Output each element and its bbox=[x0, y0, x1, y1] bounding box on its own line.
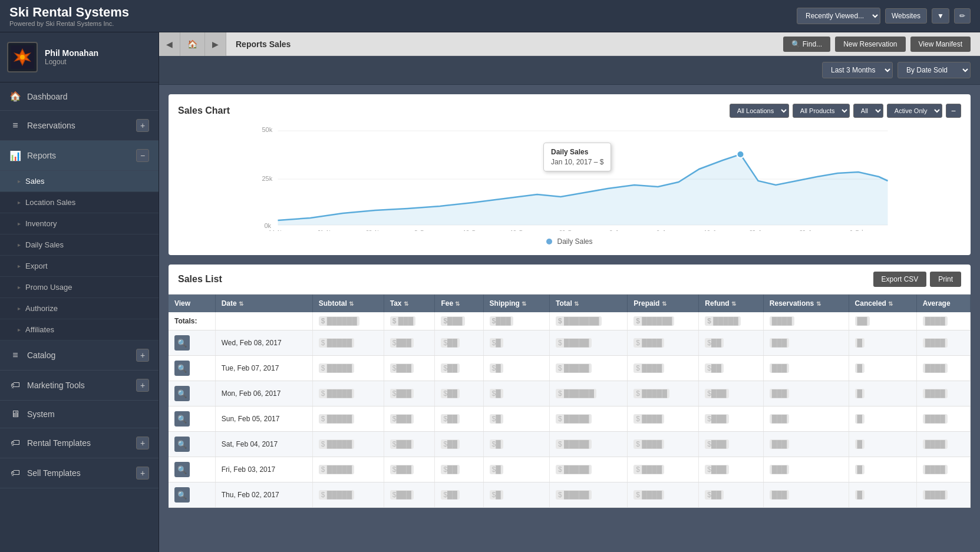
table-row: 🔍 Thu, Feb 02, 2017 $ █████ $███ $██ $█ … bbox=[169, 482, 971, 508]
reports-minus-button[interactable]: − bbox=[136, 149, 149, 162]
sidebar-item-reports[interactable]: 📊 Reports − bbox=[0, 141, 159, 171]
col-prepaid[interactable]: Prepaid ⇅ bbox=[628, 295, 699, 312]
sidebar-sub-item-daily-sales[interactable]: ▸ Daily Sales bbox=[0, 234, 159, 256]
sub-bullet-icon: ▸ bbox=[18, 326, 21, 333]
sidebar-item-system[interactable]: 🖥 System bbox=[0, 401, 159, 428]
row-prepaid: $ ████ bbox=[628, 356, 699, 381]
rental-plus-button[interactable]: + bbox=[136, 437, 149, 449]
row-tax: $███ bbox=[384, 406, 435, 432]
row-total: $ █████ bbox=[549, 406, 627, 432]
col-refund[interactable]: Refund ⇅ bbox=[699, 295, 764, 312]
row-refund: $███ bbox=[699, 406, 764, 432]
sidebar-sub-item-inventory[interactable]: ▸ Inventory bbox=[0, 213, 159, 234]
svg-text:25k: 25k bbox=[262, 175, 273, 182]
reservations-plus-button[interactable]: + bbox=[136, 119, 149, 132]
chart-collapse-button[interactable]: − bbox=[946, 104, 961, 118]
all-select[interactable]: All bbox=[853, 104, 883, 118]
back-button[interactable]: ◀ bbox=[159, 32, 180, 56]
reservations-icon: ≡ bbox=[9, 120, 21, 131]
sidebar-item-dashboard[interactable]: 🏠 Dashboard bbox=[0, 82, 159, 111]
sidebar-sub-item-export[interactable]: ▸ Export bbox=[0, 256, 159, 277]
col-tax[interactable]: Tax ⇅ bbox=[384, 295, 435, 312]
sales-chart-title: Sales Chart bbox=[178, 105, 730, 116]
marketing-plus-button[interactable]: + bbox=[136, 379, 149, 392]
row-subtotal: $ █████ bbox=[312, 330, 384, 356]
app-subtitle: Powered by Ski Rental Systems Inc. bbox=[9, 20, 797, 27]
sidebar-item-marketing[interactable]: 🏷 Marketing Tools + bbox=[0, 371, 159, 401]
active-only-select[interactable]: Active Only bbox=[887, 104, 942, 118]
sidebar-item-catalog[interactable]: ≡ Catalog + bbox=[0, 341, 159, 371]
table-row: 🔍 Wed, Feb 08, 2017 $ █████ $███ $██ $█ … bbox=[169, 330, 971, 356]
row-canceled: █ bbox=[849, 356, 916, 381]
catalog-plus-button[interactable]: + bbox=[136, 349, 149, 362]
table-header-row: View Date ⇅ Subtotal ⇅ Tax ⇅ Fee ⇅ Shipp… bbox=[169, 295, 971, 312]
row-tax: $███ bbox=[384, 356, 435, 381]
row-canceled: █ bbox=[849, 457, 916, 482]
svg-text:5. Dec: 5. Dec bbox=[414, 229, 430, 231]
col-fee[interactable]: Fee ⇅ bbox=[435, 295, 483, 312]
content-area: ◀ 🏠 ▶ Reports Sales 🔍 Find... New Reserv… bbox=[159, 32, 980, 552]
col-reservations[interactable]: Reservations ⇅ bbox=[763, 295, 849, 312]
sidebar-item-sell-templates[interactable]: 🏷 Sell Templates + bbox=[0, 458, 159, 488]
logout-link[interactable]: Logout bbox=[45, 58, 98, 66]
row-subtotal: $ █████ bbox=[312, 432, 384, 457]
view-manifest-button[interactable]: View Manifest bbox=[910, 37, 971, 52]
sidebar-sub-item-affiliates[interactable]: ▸ Affiliates bbox=[0, 319, 159, 341]
row-date: Sun, Feb 05, 2017 bbox=[215, 406, 312, 432]
row-date: Mon, Feb 06, 2017 bbox=[215, 381, 312, 406]
sub-bullet-icon: ▸ bbox=[18, 305, 21, 312]
date-type-select[interactable]: By Date Sold By Date Range bbox=[897, 62, 971, 78]
export-csv-button[interactable]: Export CSV bbox=[873, 272, 927, 287]
row-prepaid: $ ████ bbox=[628, 330, 699, 356]
view-button[interactable]: 🔍 bbox=[174, 361, 190, 376]
row-tax: $███ bbox=[384, 381, 435, 406]
row-fee: $██ bbox=[435, 381, 483, 406]
new-reservation-button[interactable]: New Reservation bbox=[835, 37, 905, 52]
view-button[interactable]: 🔍 bbox=[174, 335, 190, 351]
sidebar-sub-item-authorize[interactable]: ▸ Authorize bbox=[0, 298, 159, 319]
totals-fee: $███ bbox=[435, 312, 483, 330]
row-canceled: █ bbox=[849, 482, 916, 508]
col-shipping[interactable]: Shipping ⇅ bbox=[483, 295, 549, 312]
view-button[interactable]: 🔍 bbox=[174, 487, 190, 503]
row-tax: $███ bbox=[384, 482, 435, 508]
svg-text:50k: 50k bbox=[262, 126, 273, 133]
row-date: Sat, Feb 04, 2017 bbox=[215, 432, 312, 457]
sell-plus-button[interactable]: + bbox=[136, 467, 149, 480]
row-shipping: $█ bbox=[483, 406, 549, 432]
sidebar-sub-item-sales[interactable]: ▸ Sales bbox=[0, 171, 159, 192]
find-button[interactable]: 🔍 Find... bbox=[783, 37, 830, 52]
dropdown-arrow-button[interactable]: ▼ bbox=[932, 8, 949, 24]
row-date: Thu, Feb 02, 2017 bbox=[215, 482, 312, 508]
sidebar-item-label: Reservations bbox=[27, 121, 130, 130]
websites-button[interactable]: Websites bbox=[885, 8, 927, 24]
sub-item-label: Promo Usage bbox=[25, 283, 72, 292]
row-refund: $██ bbox=[699, 482, 764, 508]
view-button[interactable]: 🔍 bbox=[174, 437, 190, 452]
sidebar-item-reservations[interactable]: ≡ Reservations + bbox=[0, 111, 159, 141]
print-button[interactable]: Print bbox=[930, 272, 961, 287]
row-refund: $██ bbox=[699, 330, 764, 356]
edit-icon-button[interactable]: ✏ bbox=[954, 8, 971, 24]
locations-select[interactable]: All Locations bbox=[730, 104, 789, 118]
col-total[interactable]: Total ⇅ bbox=[549, 295, 627, 312]
sidebar-sub-item-promo-usage[interactable]: ▸ Promo Usage bbox=[0, 277, 159, 298]
col-subtotal[interactable]: Subtotal ⇅ bbox=[312, 295, 384, 312]
sidebar-profile: Phil Monahan Logout bbox=[0, 32, 159, 82]
sub-bullet-icon: ▸ bbox=[18, 263, 21, 269]
arrow-breadcrumb-button[interactable]: ▶ bbox=[205, 32, 226, 56]
totals-reservations: ████ bbox=[763, 312, 849, 330]
view-button[interactable]: 🔍 bbox=[174, 462, 190, 477]
home-breadcrumb-button[interactable]: 🏠 bbox=[180, 32, 205, 56]
sidebar-sub-item-location-sales[interactable]: ▸ Location Sales bbox=[0, 192, 159, 213]
row-canceled: █ bbox=[849, 381, 916, 406]
view-button[interactable]: 🔍 bbox=[174, 411, 190, 427]
col-date[interactable]: Date ⇅ bbox=[215, 295, 312, 312]
recently-viewed-select[interactable]: Recently Viewed... bbox=[797, 8, 880, 24]
sidebar-item-rental-templates[interactable]: 🏷 Rental Templates + bbox=[0, 428, 159, 458]
sub-item-label: Daily Sales bbox=[25, 240, 64, 249]
date-range-select[interactable]: Last 3 Months Last Month Last Week Custo… bbox=[822, 62, 893, 78]
view-button[interactable]: 🔍 bbox=[174, 386, 190, 401]
col-canceled[interactable]: Canceled ⇅ bbox=[849, 295, 916, 312]
products-select[interactable]: All Products bbox=[793, 104, 850, 118]
